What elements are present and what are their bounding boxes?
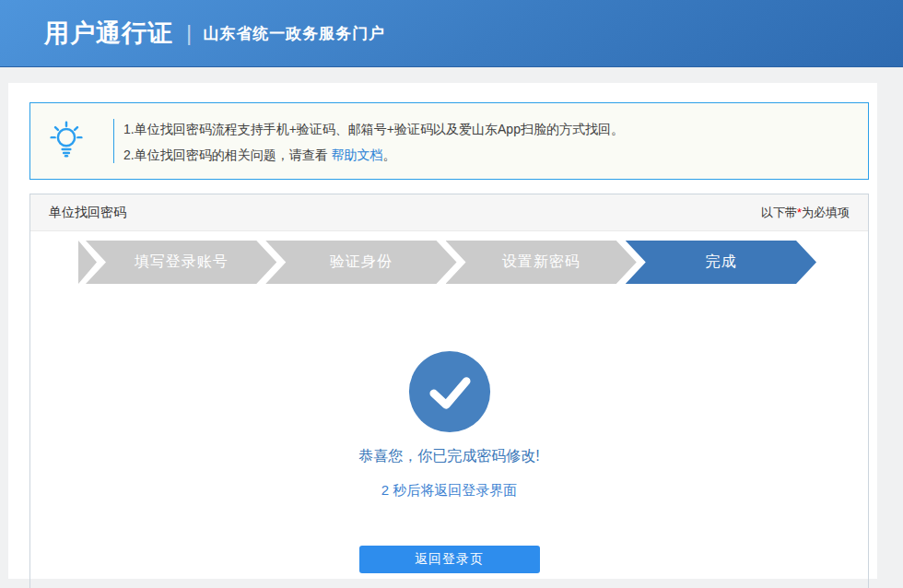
success-area (30, 349, 868, 438)
tip-line-2: 2.单位找回密码的相关问题，请查看 帮助文档。 (123, 142, 853, 168)
step-progress-bar: 填写登录账号 验证身份 设置新密码 完成 (78, 241, 816, 284)
tip-divider (113, 119, 114, 163)
page: 用户通行证 | 山东省统一政务服务门户 1.单位找回密码流程支持手机+验证码、邮… (0, 0, 903, 588)
step-label: 完成 (705, 253, 736, 272)
tip-text: 1.单位找回密码流程支持手机+验证码、邮箱号+验证码以及爱山东App扫脸的方式找… (123, 116, 853, 168)
checkmark-circle-icon (407, 421, 492, 437)
redirect-countdown: 2 秒后将返回登录界面 (30, 482, 868, 500)
portal-subtitle: 山东省统一政务服务门户 (203, 23, 385, 44)
app-header: 用户通行证 | 山东省统一政务服务门户 (0, 0, 903, 67)
tip-box: 1.单位找回密码流程支持手机+验证码、邮箱号+验证码以及爱山东App扫脸的方式找… (29, 102, 869, 180)
step-verify-identity: 验证身份 (265, 241, 456, 284)
lightbulb-icon (45, 119, 88, 161)
step-label: 设置新密码 (502, 253, 580, 272)
password-recovery-panel: 单位找回密码 以下带*为必填项 填写登录账号 验证身份 设置新密码 完成 恭喜您… (29, 194, 869, 588)
panel-title: 单位找回密码 (49, 205, 126, 221)
tip-line-2-prefix: 2.单位找回密码的相关问题，请查看 (123, 147, 332, 162)
help-doc-link[interactable]: 帮助文档 (332, 147, 383, 162)
step-complete: 完成 (626, 241, 816, 284)
tip-line-1: 1.单位找回密码流程支持手机+验证码、邮箱号+验证码以及爱山东App扫脸的方式找… (123, 116, 853, 142)
tip-line-2-suffix: 。 (383, 147, 396, 162)
app-title: 用户通行证 (44, 17, 173, 50)
required-note: 以下带*为必填项 (761, 205, 850, 221)
required-note-suffix: 为必填项 (802, 206, 850, 219)
step-set-new-password: 设置新密码 (446, 241, 637, 284)
panel-header: 单位找回密码 以下带*为必填项 (30, 194, 868, 231)
required-note-prefix: 以下带 (761, 206, 797, 219)
success-message: 恭喜您，你已完成密码修改! (30, 447, 868, 466)
step-label: 验证身份 (330, 253, 393, 272)
step-label: 填写登录账号 (135, 253, 229, 272)
header-divider: | (186, 20, 192, 46)
back-to-login-button[interactable]: 返回登录页 (359, 546, 540, 573)
step-fill-account: 填写登录账号 (86, 241, 276, 284)
